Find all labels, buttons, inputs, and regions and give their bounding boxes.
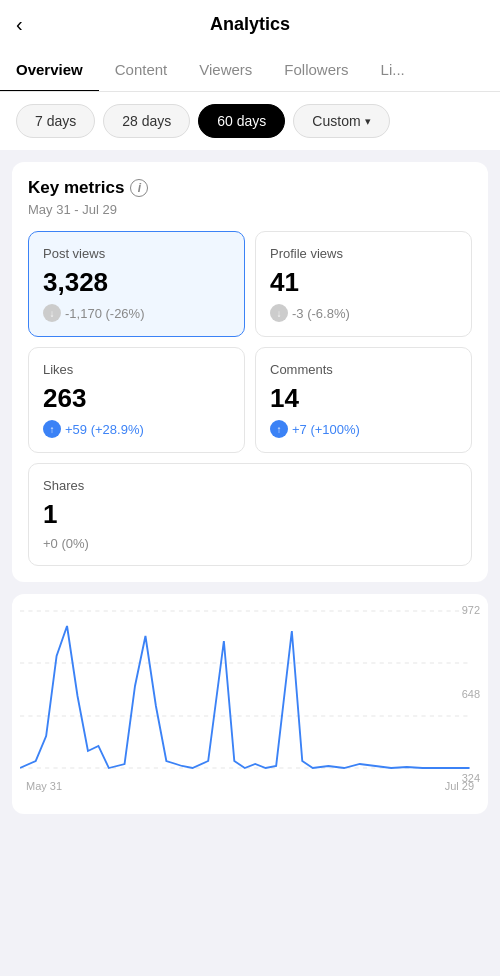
post-views-label: Post views — [43, 246, 230, 261]
profile-views-value: 41 — [270, 267, 457, 298]
filter-60days[interactable]: 60 days — [198, 104, 285, 138]
filter-custom[interactable]: Custom ▾ — [293, 104, 389, 138]
chart-y-labels: 972 648 324 — [462, 604, 480, 784]
stats-grid: Post views 3,328 ↓ -1,170 (-26%) Profile… — [28, 231, 472, 566]
y-label-top: 972 — [462, 604, 480, 616]
time-filters: 7 days 28 days 60 days Custom ▾ — [0, 92, 500, 150]
stat-likes: Likes 263 ↑ +59 (+28.9%) — [28, 347, 245, 453]
post-views-arrow-down-icon: ↓ — [43, 304, 61, 322]
metrics-title-row: Key metrics i — [28, 178, 472, 198]
x-label-start: May 31 — [26, 780, 62, 792]
y-label-bottom: 324 — [462, 772, 480, 784]
tab-content[interactable]: Content — [99, 49, 184, 92]
tab-viewers[interactable]: Viewers — [183, 49, 268, 92]
comments-arrow-up-icon: ↑ — [270, 420, 288, 438]
stat-post-views: Post views 3,328 ↓ -1,170 (-26%) — [28, 231, 245, 337]
comments-change: ↑ +7 (+100%) — [270, 420, 457, 438]
chevron-down-icon: ▾ — [365, 115, 371, 128]
comments-label: Comments — [270, 362, 457, 377]
profile-views-change: ↓ -3 (-6.8%) — [270, 304, 457, 322]
shares-value: 1 — [43, 499, 457, 530]
page-title: Analytics — [210, 14, 290, 35]
stat-comments: Comments 14 ↑ +7 (+100%) — [255, 347, 472, 453]
comments-value: 14 — [270, 383, 457, 414]
profile-views-arrow-down-icon: ↓ — [270, 304, 288, 322]
header: ‹ Analytics — [0, 0, 500, 49]
back-button[interactable]: ‹ — [16, 13, 23, 36]
nav-tabs: Overview Content Viewers Followers Li... — [0, 49, 500, 92]
metrics-date-range: May 31 - Jul 29 — [28, 202, 472, 217]
y-label-mid: 648 — [462, 688, 480, 700]
shares-change: +0 (0%) — [43, 536, 457, 551]
shares-label: Shares — [43, 478, 457, 493]
stat-shares: Shares 1 +0 (0%) — [28, 463, 472, 566]
stat-profile-views: Profile views 41 ↓ -3 (-6.8%) — [255, 231, 472, 337]
metrics-title-text: Key metrics — [28, 178, 124, 198]
filter-7days[interactable]: 7 days — [16, 104, 95, 138]
key-metrics-card: Key metrics i May 31 - Jul 29 Post views… — [12, 162, 488, 582]
post-views-value: 3,328 — [43, 267, 230, 298]
line-chart: 972 648 324 May 31 Jul 29 — [12, 594, 488, 814]
main-content: Key metrics i May 31 - Jul 29 Post views… — [0, 150, 500, 826]
likes-label: Likes — [43, 362, 230, 377]
likes-value: 263 — [43, 383, 230, 414]
info-icon[interactable]: i — [130, 179, 148, 197]
chart-x-labels: May 31 Jul 29 — [20, 776, 480, 792]
likes-arrow-up-icon: ↑ — [43, 420, 61, 438]
filter-28days[interactable]: 28 days — [103, 104, 190, 138]
chart-svg — [20, 606, 480, 776]
tab-live[interactable]: Li... — [365, 49, 421, 92]
profile-views-label: Profile views — [270, 246, 457, 261]
tab-followers[interactable]: Followers — [268, 49, 364, 92]
post-views-change: ↓ -1,170 (-26%) — [43, 304, 230, 322]
tab-overview[interactable]: Overview — [0, 49, 99, 92]
likes-change: ↑ +59 (+28.9%) — [43, 420, 230, 438]
